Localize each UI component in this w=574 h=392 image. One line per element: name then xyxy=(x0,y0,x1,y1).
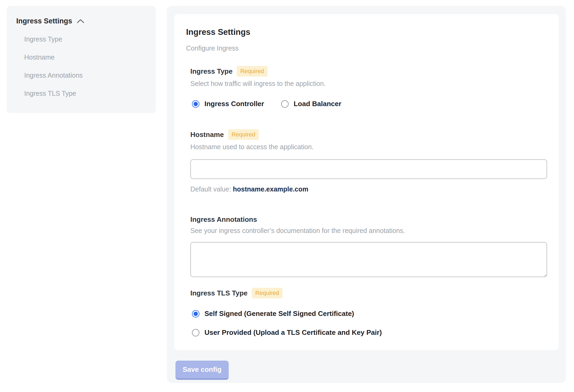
default-value-text: hostname.example.com xyxy=(233,185,308,193)
sidebar-section-header[interactable]: Ingress Settings xyxy=(16,16,147,26)
required-badge: Required xyxy=(252,288,282,298)
ingress-type-label: Ingress Type xyxy=(190,67,232,76)
required-badge: Required xyxy=(237,66,267,77)
sidebar-item-hostname[interactable]: Hostname xyxy=(16,48,147,66)
ingress-annotations-textarea[interactable] xyxy=(190,242,547,277)
sidebar-item-ingress-type[interactable]: Ingress Type xyxy=(16,30,147,48)
ingress-tls-radio-group: Self Signed (Generate Self Signed Certif… xyxy=(192,310,547,337)
radio-option-load-balancer[interactable]: Load Balancer xyxy=(281,100,341,108)
sidebar-section-title: Ingress Settings xyxy=(16,17,72,25)
radio-unselected-icon[interactable] xyxy=(192,329,199,336)
page-subtitle: Configure Ingress xyxy=(186,44,547,52)
sidebar-nav: Ingress Type Hostname Ingress Annotation… xyxy=(16,30,147,102)
ingress-tls-type-label: Ingress TLS Type xyxy=(190,289,248,297)
ingress-annotations-help: See your ingress controller’s documentat… xyxy=(190,227,547,235)
hostname-section: Hostname Required Hostname used to acces… xyxy=(190,129,547,193)
radio-selected-icon[interactable] xyxy=(192,310,199,318)
radio-option-label: Self Signed (Generate Self Signed Certif… xyxy=(204,310,354,318)
radio-option-label: Ingress Controller xyxy=(204,100,264,108)
hostname-default-line: Default value: hostname.example.com xyxy=(190,185,547,193)
ingress-settings-card: Ingress Settings Configure Ingress Ingre… xyxy=(174,14,559,350)
hostname-input[interactable] xyxy=(190,159,547,179)
chevron-up-icon[interactable] xyxy=(76,18,85,26)
radio-selected-icon[interactable] xyxy=(192,100,199,108)
radio-option-ingress-controller[interactable]: Ingress Controller xyxy=(192,100,264,108)
radio-option-label: User Provided (Upload a TLS Certificate … xyxy=(204,328,382,337)
radio-unselected-icon[interactable] xyxy=(281,100,289,108)
ingress-settings-sidebar: Ingress Settings Ingress Type Hostname I… xyxy=(7,6,156,113)
radio-option-label: Load Balancer xyxy=(294,100,341,108)
required-badge: Required xyxy=(228,129,259,140)
ingress-type-help: Select how traffic will ingress to the a… xyxy=(190,80,547,87)
ingress-annotations-label: Ingress Annotations xyxy=(190,215,257,224)
radio-option-user-provided[interactable]: User Provided (Upload a TLS Certificate … xyxy=(192,328,547,337)
ingress-tls-type-section: Ingress TLS Type Required Self Signed (G… xyxy=(190,288,547,337)
radio-option-self-signed[interactable]: Self Signed (Generate Self Signed Certif… xyxy=(192,310,547,318)
ingress-settings-form: Ingress Type Required Select how traffic… xyxy=(190,66,547,337)
ingress-type-radio-group: Ingress Controller Load Balancer xyxy=(192,100,547,108)
save-config-button[interactable]: Save config xyxy=(175,361,229,380)
ingress-annotations-section: Ingress Annotations See your ingress con… xyxy=(190,215,547,277)
default-value-prefix: Default value: xyxy=(190,185,233,193)
page-title: Ingress Settings xyxy=(186,27,547,37)
ingress-settings-panel: Ingress Settings Configure Ingress Ingre… xyxy=(167,6,566,383)
sidebar-item-ingress-tls-type[interactable]: Ingress TLS Type xyxy=(16,84,147,102)
sidebar-item-ingress-annotations[interactable]: Ingress Annotations xyxy=(16,66,147,84)
hostname-label: Hostname xyxy=(190,131,224,139)
hostname-help: Hostname used to access the application. xyxy=(190,143,547,151)
ingress-type-section: Ingress Type Required Select how traffic… xyxy=(190,66,547,108)
